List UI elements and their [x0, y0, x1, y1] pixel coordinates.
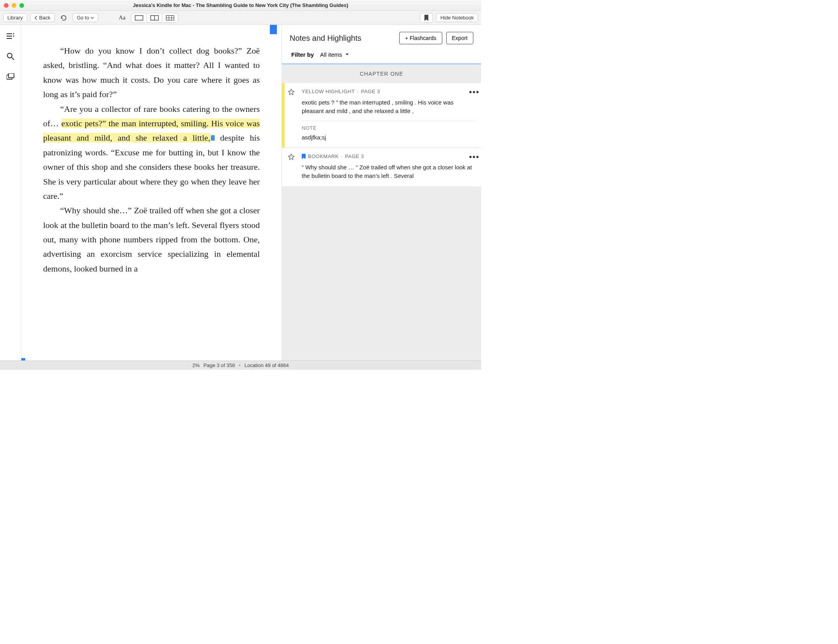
highlight-type-label: YELLOW HIGHLIGHT — [302, 89, 355, 94]
two-column-view-button[interactable] — [147, 13, 162, 23]
reader-pane[interactable]: “How do you know I don’t collect dog boo… — [21, 25, 282, 360]
two-column-icon — [150, 15, 159, 21]
more-options-button[interactable]: ••• — [469, 153, 480, 162]
hide-notebook-button[interactable]: Hide Notebook — [436, 13, 478, 22]
library-button[interactable]: Library — [3, 13, 27, 22]
paragraph: “How do you know I don’t collect dog boo… — [43, 44, 260, 102]
view-mode-group — [131, 13, 178, 23]
paragraph: “Why should she…” Zoë trailed off when s… — [43, 203, 260, 276]
status-location: Location 49 of 4864 — [245, 362, 289, 368]
paragraph: “Are you a collector of rare books cater… — [43, 102, 260, 204]
filter-label: Filter by — [291, 51, 314, 58]
notebook-filter: Filter by All items — [282, 48, 481, 63]
status-page: Page 3 of 358 — [203, 362, 235, 368]
notebook-body[interactable]: CHAPTER ONE ••• YELLOW HIGHLIGHT · PAGE … — [282, 64, 481, 360]
status-percent: 2% — [192, 362, 200, 368]
sync-button[interactable] — [58, 13, 70, 23]
note-meta: BOOKMARK · PAGE 3 — [302, 153, 476, 159]
export-button[interactable]: Export — [446, 32, 473, 44]
multi-column-view-button[interactable] — [162, 13, 178, 23]
svg-point-8 — [13, 33, 14, 35]
star-outline-icon — [288, 89, 295, 96]
highlight-text: exotic pets ? ” the man interrupted , sm… — [302, 98, 476, 115]
font-settings-button[interactable]: Aa — [116, 13, 128, 23]
text-run: despite his patronizing words. “Excuse m… — [43, 133, 260, 201]
svg-rect-0 — [135, 16, 143, 20]
window-title: Jessica's Kindle for Mac - The Shambling… — [0, 2, 481, 8]
toc-button[interactable] — [6, 32, 15, 40]
page-label: PAGE 3 — [345, 153, 364, 159]
svg-point-12 — [7, 53, 12, 58]
minimize-window-button[interactable] — [12, 3, 16, 8]
goto-label: Go to — [77, 15, 89, 21]
note-meta: YELLOW HIGHLIGHT · PAGE 3 — [302, 89, 476, 94]
back-label: Back — [39, 15, 50, 21]
cards-icon — [7, 73, 14, 80]
bookmark-icon — [424, 15, 429, 21]
chevron-down-icon — [90, 17, 94, 19]
svg-rect-15 — [9, 73, 14, 78]
status-bar: 2% Page 3 of 358 • Location 49 of 4864 — [0, 360, 481, 370]
highlight-stripe — [282, 83, 285, 148]
status-separator: • — [239, 362, 241, 368]
flashcards-button[interactable]: + Flashcards — [399, 32, 442, 44]
star-button[interactable] — [285, 83, 298, 148]
page-label: PAGE 3 — [361, 89, 380, 94]
notebook-header: Notes and Highlights + Flashcards Export — [282, 25, 481, 48]
main-content: “How do you know I don’t collect dog boo… — [0, 25, 481, 360]
chevron-left-icon — [35, 16, 38, 20]
zoom-window-button[interactable] — [19, 3, 24, 8]
bookmark-button[interactable] — [420, 13, 433, 23]
window-controls — [4, 3, 24, 8]
toolbar: Library Back Go to Aa Hide Notebook — [0, 11, 481, 25]
close-window-button[interactable] — [4, 3, 9, 8]
notebook-pane: Notes and Highlights + Flashcards Export… — [282, 25, 481, 360]
bookmark-small-icon — [302, 154, 306, 159]
filter-value: All items — [320, 51, 342, 58]
chapter-header: CHAPTER ONE — [282, 64, 481, 83]
note-text: asdjfka;sj — [302, 133, 476, 142]
svg-line-13 — [12, 57, 14, 60]
grid-icon — [166, 15, 174, 21]
single-page-icon — [135, 15, 143, 21]
back-button[interactable]: Back — [30, 13, 55, 22]
search-icon — [7, 52, 14, 60]
highlight-card[interactable]: ••• YELLOW HIGHLIGHT · PAGE 3 exotic pet… — [282, 83, 481, 148]
note-indicator-icon[interactable] — [211, 135, 215, 141]
refresh-icon — [60, 14, 67, 21]
titlebar: Jessica's Kindle for Mac - The Shambling… — [0, 0, 481, 11]
progress-marker — [21, 358, 25, 360]
svg-point-10 — [13, 36, 14, 37]
filter-select[interactable]: All items — [320, 51, 349, 58]
bookmark-stripe — [282, 148, 285, 186]
search-button[interactable] — [6, 52, 15, 61]
left-rail — [0, 25, 21, 360]
star-outline-icon — [288, 153, 295, 160]
notebook-title: Notes and Highlights — [290, 34, 395, 43]
flashcards-rail-button[interactable] — [6, 72, 15, 81]
bookmark-text: “ Why should she … ” Zoë trailed off whe… — [302, 163, 476, 180]
more-options-button[interactable]: ••• — [469, 88, 480, 97]
bookmark-card[interactable]: ••• BOOKMARK · PAGE 3 “ Why should she …… — [282, 148, 481, 187]
aa-label: Aa — [119, 14, 126, 21]
star-button[interactable] — [285, 148, 298, 186]
list-icon — [7, 33, 14, 39]
note-label: NOTE — [302, 125, 476, 131]
single-page-view-button[interactable] — [131, 13, 147, 23]
goto-button[interactable]: Go to — [73, 13, 99, 22]
bookmark-ribbon[interactable] — [270, 25, 277, 34]
caret-down-icon — [345, 53, 349, 56]
reader-content: “How do you know I don’t collect dog boo… — [21, 25, 282, 291]
bookmark-type-label: BOOKMARK — [308, 153, 339, 159]
